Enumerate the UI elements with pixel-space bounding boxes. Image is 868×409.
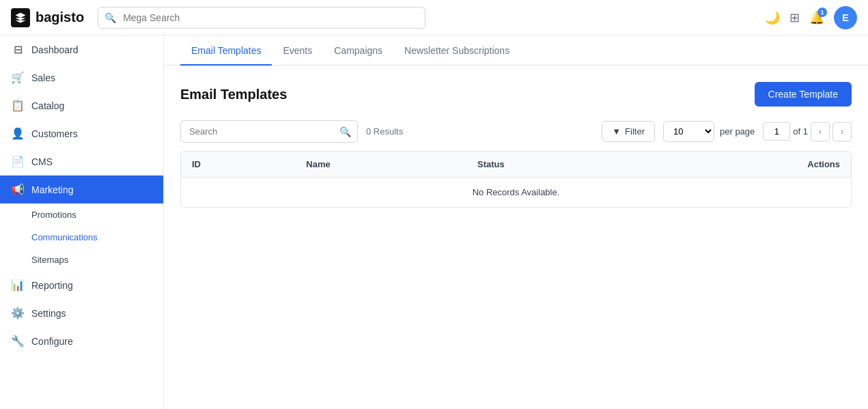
customers-icon: 👤 [11,127,25,140]
sidebar-sub-menu: Promotions Communications Sitemaps [0,203,163,271]
content-area: Email Templates Create Template 🔍 0 Resu… [164,66,868,224]
marketing-icon: 📢 [11,183,25,196]
sidebar-sub-item-communications[interactable]: Communications [0,226,163,249]
data-table: ID Name Status Actions No Records Availa… [180,151,852,208]
sidebar-item-catalog[interactable]: 📋 Catalog [0,91,163,119]
per-page-label: per page [720,126,755,137]
search-input[interactable] [180,120,358,143]
filter-button[interactable]: ▼ Filter [602,121,655,142]
logo-icon [11,8,30,27]
sidebar-item-cms[interactable]: 📄 CMS [0,147,163,175]
topnav: bagisto 🔍 🌙 ⊞ 🔔 1 E [0,0,868,36]
sidebar-item-dashboard[interactable]: ⊟ Dashboard [0,36,163,64]
tab-campaigns[interactable]: Campaigns [323,36,393,66]
filter-icon: ▼ [612,126,621,137]
notifications-button[interactable]: 🔔 1 [809,10,824,25]
col-actions: Actions [649,152,851,178]
sidebar-item-label: Dashboard [31,44,79,55]
sidebar-item-label: Reporting [31,280,73,291]
tab-events[interactable]: Events [272,36,323,66]
sidebar-sub-item-sitemaps[interactable]: Sitemaps [0,249,163,271]
prev-page-button[interactable]: ‹ [811,122,830,141]
sidebar-item-label: Sales [31,72,55,83]
dark-mode-button[interactable]: 🌙 [765,10,780,25]
next-page-button[interactable]: › [832,122,852,141]
cms-icon: 📄 [11,155,25,168]
reporting-icon: 📊 [11,279,25,292]
sidebar-item-label: CMS [31,156,53,167]
page-number-input[interactable] [763,122,790,141]
sidebar-item-label: Marketing [31,184,73,195]
sidebar-item-sales[interactable]: 🛒 Sales [0,64,163,91]
sidebar-item-reporting[interactable]: 📊 Reporting [0,271,163,299]
table-empty-row: No Records Available. [181,178,851,208]
col-status: Status [466,152,649,178]
filter-label: Filter [625,126,645,137]
content-header: Email Templates Create Template [180,82,852,107]
sidebar-item-marketing[interactable]: 📢 Marketing [0,175,163,203]
sidebar-item-label: Configure [31,336,73,347]
col-id: ID [181,152,295,178]
sidebar-item-label: Settings [31,308,66,319]
results-count: 0 Results [366,126,593,137]
tab-email-templates[interactable]: Email Templates [180,36,272,66]
per-page-select[interactable]: 10 20 30 50 [663,121,714,142]
catalog-icon: 📋 [11,99,25,112]
sidebar-item-customers[interactable]: 👤 Customers [0,119,163,147]
configure-icon: 🔧 [11,335,25,348]
search-icon: 🔍 [104,12,116,23]
topnav-right: 🌙 ⊞ 🔔 1 E [765,6,857,29]
sidebar-sub-item-promotions[interactable]: Promotions [0,203,163,226]
dashboard-icon: ⊟ [11,43,25,56]
settings-icon: ⚙️ [11,307,25,320]
sidebar-item-label: Customers [31,128,78,139]
search-submit-icon[interactable]: 🔍 [339,126,351,137]
logo-text: bagisto [36,10,84,25]
moon-icon: 🌙 [765,10,780,25]
tab-newsletter-subscriptions[interactable]: Newsletter Subscriptions [393,36,520,66]
tabs-bar: Email Templates Events Campaigns Newslet… [164,36,868,66]
sidebar-item-configure[interactable]: 🔧 Configure [0,327,163,355]
col-name: Name [295,152,466,178]
grid-button[interactable]: ⊞ [789,10,800,25]
sidebar-item-label: Catalog [31,100,64,111]
sales-icon: 🛒 [11,71,25,84]
empty-message: No Records Available. [181,178,851,208]
sidebar-item-settings[interactable]: ⚙️ Settings [0,299,163,327]
table-toolbar: 🔍 0 Results ▼ Filter 10 20 30 50 per pag… [180,120,852,143]
page-of-label: of 1 [793,126,808,137]
main-content: Email Templates Events Campaigns Newslet… [164,36,868,409]
sidebar: ⊟ Dashboard 🛒 Sales 📋 Catalog 👤 Customer… [0,36,164,409]
search-wrap: 🔍 [180,120,358,143]
notification-badge: 1 [817,8,827,17]
pagination: of 1 ‹ › [763,122,852,141]
create-template-button[interactable]: Create Template [755,82,852,107]
layout: ⊟ Dashboard 🛒 Sales 📋 Catalog 👤 Customer… [0,36,868,409]
page-title: Email Templates [180,87,287,102]
user-avatar[interactable]: E [834,6,857,29]
logo[interactable]: bagisto [11,8,84,27]
per-page-wrap: 10 20 30 50 per page [663,121,755,142]
search-bar: 🔍 [98,7,425,29]
grid-icon: ⊞ [789,10,800,25]
mega-search-input[interactable] [98,7,425,29]
